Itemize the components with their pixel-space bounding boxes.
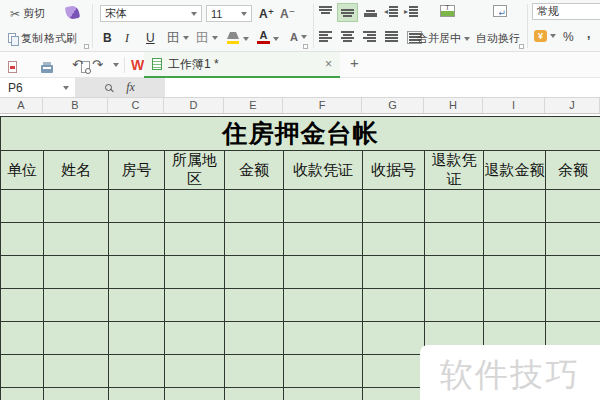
cell[interactable] xyxy=(44,355,109,388)
cell[interactable] xyxy=(284,256,363,289)
redo-icon[interactable]: ↷ xyxy=(92,58,103,71)
cell[interactable] xyxy=(1,190,44,223)
header-room-no[interactable]: 房号 xyxy=(109,151,165,190)
cell[interactable] xyxy=(484,223,546,256)
cell[interactable] xyxy=(165,223,225,256)
header-refund-voucher[interactable]: 退款凭证 xyxy=(425,151,484,190)
bold-button[interactable]: B xyxy=(103,31,112,45)
column-header-c[interactable]: C xyxy=(108,98,164,113)
wrap-text-button[interactable] xyxy=(493,5,507,17)
clipboard-dialog-launcher-icon[interactable] xyxy=(84,44,89,49)
column-header-h[interactable]: H xyxy=(424,98,483,113)
align-bottom-icon[interactable] xyxy=(364,6,377,17)
cell[interactable] xyxy=(225,388,284,400)
cell[interactable] xyxy=(165,322,225,355)
column-header-b[interactable]: B xyxy=(43,98,108,113)
increase-indent-button[interactable]: ▸ xyxy=(404,6,418,17)
cell[interactable] xyxy=(425,223,484,256)
cell[interactable] xyxy=(165,289,225,322)
cell[interactable] xyxy=(165,355,225,388)
header-receipt-no[interactable]: 收据号 xyxy=(363,151,425,190)
draw-border-button[interactable]: 田 xyxy=(196,31,218,44)
cell[interactable] xyxy=(1,388,44,400)
percent-format-button[interactable]: % xyxy=(563,30,574,44)
decrease-indent-button[interactable]: ◂ xyxy=(384,6,398,17)
cell[interactable] xyxy=(1,256,44,289)
align-top-icon[interactable] xyxy=(319,6,332,17)
comma-format-button[interactable]: , xyxy=(587,27,590,41)
export-pdf-icon[interactable] xyxy=(8,61,17,73)
cell[interactable] xyxy=(363,289,425,322)
cell[interactable] xyxy=(44,256,109,289)
cell[interactable] xyxy=(546,256,600,289)
cell[interactable] xyxy=(109,388,165,400)
header-receipt-voucher[interactable]: 收款凭证 xyxy=(284,151,363,190)
cell[interactable] xyxy=(225,289,284,322)
cell[interactable] xyxy=(109,223,165,256)
cell[interactable] xyxy=(484,289,546,322)
header-amount[interactable]: 金额 xyxy=(225,151,284,190)
grow-font-button[interactable]: A⁺ xyxy=(259,7,274,21)
cell[interactable] xyxy=(284,223,363,256)
cell[interactable] xyxy=(165,256,225,289)
name-box[interactable]: P6 xyxy=(0,78,75,97)
fill-color-icon[interactable] xyxy=(227,32,240,44)
header-name[interactable]: 姓名 xyxy=(44,151,109,190)
cell[interactable] xyxy=(225,223,284,256)
align-right-icon[interactable] xyxy=(363,31,376,42)
column-header-e[interactable]: E xyxy=(224,98,283,113)
cell[interactable] xyxy=(425,289,484,322)
cell[interactable] xyxy=(44,322,109,355)
italic-button[interactable]: I xyxy=(125,31,129,46)
cell[interactable] xyxy=(363,388,425,400)
align-center-icon[interactable] xyxy=(341,31,354,42)
format-painter-icon[interactable] xyxy=(65,5,80,20)
wrap-text-label-button[interactable]: 自动换行 xyxy=(476,31,520,46)
cell[interactable] xyxy=(284,289,363,322)
cell[interactable] xyxy=(1,289,44,322)
font-dialog-launcher-icon[interactable] xyxy=(303,44,308,49)
cell[interactable] xyxy=(225,322,284,355)
cell[interactable] xyxy=(546,190,600,223)
cell[interactable] xyxy=(284,190,363,223)
phonetic-guide-button[interactable]: A xyxy=(290,31,307,43)
quick-access-dropdown-icon[interactable] xyxy=(113,63,119,67)
align-middle-button-active[interactable] xyxy=(337,3,358,22)
print-icon[interactable] xyxy=(41,65,53,73)
cell[interactable] xyxy=(284,322,363,355)
cell[interactable] xyxy=(44,289,109,322)
cell[interactable] xyxy=(44,223,109,256)
cell[interactable] xyxy=(425,190,484,223)
cell[interactable] xyxy=(225,355,284,388)
column-header-j[interactable]: J xyxy=(545,98,600,113)
cell[interactable] xyxy=(109,289,165,322)
cell[interactable] xyxy=(109,322,165,355)
cell[interactable] xyxy=(363,256,425,289)
font-color-button[interactable]: A xyxy=(257,31,270,44)
cell[interactable] xyxy=(225,190,284,223)
cell[interactable] xyxy=(484,256,546,289)
cut-button[interactable]: ✂ 剪切 xyxy=(10,6,45,21)
header-balance[interactable]: 余额 xyxy=(546,151,600,190)
justify-icon[interactable] xyxy=(385,31,398,42)
fill-color-dropdown-icon[interactable] xyxy=(243,37,249,41)
close-tab-icon[interactable]: × xyxy=(325,58,332,70)
insert-function-button[interactable]: fx xyxy=(126,80,135,95)
merge-center-button[interactable] xyxy=(440,5,455,17)
column-header-a[interactable]: A xyxy=(0,98,43,113)
header-refund-amount[interactable]: 退款金额 xyxy=(484,151,546,190)
cell[interactable] xyxy=(109,355,165,388)
new-tab-icon[interactable]: + xyxy=(350,55,359,70)
header-region[interactable]: 所属地区 xyxy=(165,151,225,190)
cell[interactable] xyxy=(165,388,225,400)
borders-button[interactable]: 田 xyxy=(167,31,189,44)
font-color-dropdown-icon[interactable] xyxy=(273,37,279,41)
cell[interactable] xyxy=(284,388,363,400)
table-title[interactable]: 住房押金台帐 xyxy=(1,117,600,151)
number-format-select[interactable]: 常规 xyxy=(532,3,600,20)
cell[interactable] xyxy=(425,256,484,289)
currency-format-button[interactable]: ¥ xyxy=(534,30,556,42)
cell[interactable] xyxy=(546,289,600,322)
column-header-d[interactable]: D xyxy=(164,98,224,113)
cell[interactable] xyxy=(1,355,44,388)
